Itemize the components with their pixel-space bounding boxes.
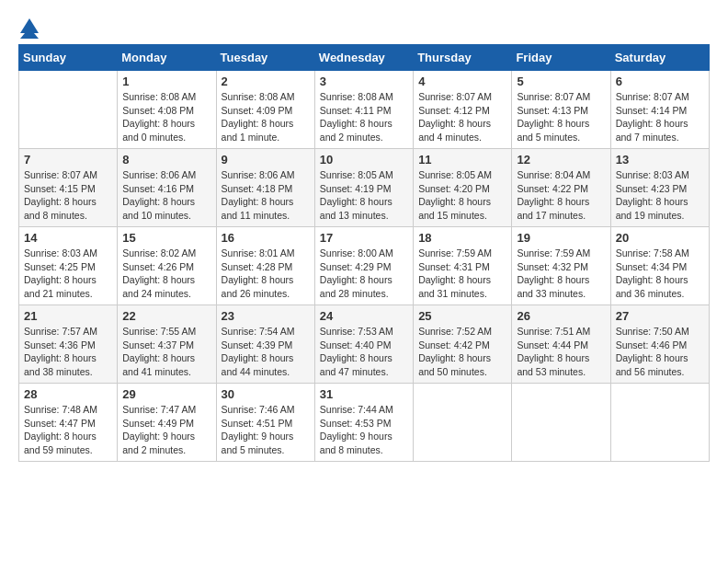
calendar-cell — [19, 71, 118, 149]
day-number: 6 — [616, 75, 704, 88]
day-number: 9 — [222, 153, 310, 167]
day-number: 23 — [222, 309, 310, 323]
day-number: 16 — [222, 231, 310, 245]
week-row-1: 1Sunrise: 8:08 AMSunset: 4:08 PMDaylight… — [19, 71, 710, 149]
day-info: Sunrise: 7:47 AMSunset: 4:49 PMDaylight:… — [122, 403, 210, 457]
day-number: 2 — [222, 75, 310, 88]
calendar-cell: 15Sunrise: 8:02 AMSunset: 4:26 PMDayligh… — [118, 227, 216, 305]
day-info: Sunrise: 8:07 AMSunset: 4:15 PMDaylight:… — [24, 168, 112, 223]
day-number: 8 — [122, 153, 210, 167]
day-info: Sunrise: 7:59 AMSunset: 4:32 PMDaylight:… — [517, 247, 605, 301]
calendar-cell: 27Sunrise: 7:50 AMSunset: 4:46 PMDayligh… — [610, 305, 709, 384]
calendar-cell: 10Sunrise: 8:05 AMSunset: 4:19 PMDayligh… — [314, 149, 413, 227]
calendar-cell: 25Sunrise: 7:52 AMSunset: 4:42 PMDayligh… — [414, 305, 512, 384]
calendar-cell: 31Sunrise: 7:44 AMSunset: 4:53 PMDayligh… — [314, 384, 413, 462]
weekday-header-thursday: Thursday — [414, 45, 512, 71]
day-info: Sunrise: 8:08 AMSunset: 4:11 PMDaylight:… — [320, 90, 408, 144]
day-number: 11 — [418, 153, 506, 167]
calendar-cell — [414, 384, 512, 462]
calendar-cell: 19Sunrise: 7:59 AMSunset: 4:32 PMDayligh… — [512, 227, 610, 305]
calendar-table: SundayMondayTuesdayWednesdayThursdayFrid… — [18, 44, 710, 462]
day-info: Sunrise: 7:55 AMSunset: 4:37 PMDaylight:… — [122, 325, 210, 379]
day-info: Sunrise: 7:50 AMSunset: 4:46 PMDaylight:… — [616, 325, 704, 379]
calendar-cell: 17Sunrise: 8:00 AMSunset: 4:29 PMDayligh… — [314, 227, 413, 305]
calendar-cell: 8Sunrise: 8:06 AMSunset: 4:16 PMDaylight… — [118, 149, 216, 227]
day-info: Sunrise: 8:05 AMSunset: 4:19 PMDaylight:… — [320, 168, 408, 223]
day-number: 30 — [222, 387, 310, 401]
day-number: 26 — [517, 309, 605, 323]
day-info: Sunrise: 7:48 AMSunset: 4:47 PMDaylight:… — [24, 403, 112, 457]
weekday-header-saturday: Saturday — [610, 45, 709, 71]
calendar-cell: 11Sunrise: 8:05 AMSunset: 4:20 PMDayligh… — [414, 149, 512, 227]
day-info: Sunrise: 8:06 AMSunset: 4:18 PMDaylight:… — [222, 168, 310, 223]
day-info: Sunrise: 8:04 AMSunset: 4:22 PMDaylight:… — [517, 168, 605, 223]
day-info: Sunrise: 8:08 AMSunset: 4:09 PMDaylight:… — [222, 90, 310, 144]
day-number: 22 — [122, 309, 210, 323]
day-info: Sunrise: 7:57 AMSunset: 4:36 PMDaylight:… — [24, 325, 112, 379]
calendar-cell: 26Sunrise: 7:51 AMSunset: 4:44 PMDayligh… — [512, 305, 610, 384]
day-info: Sunrise: 8:00 AMSunset: 4:29 PMDaylight:… — [320, 247, 408, 301]
svg-marker-0 — [20, 18, 39, 33]
calendar-cell: 5Sunrise: 8:07 AMSunset: 4:13 PMDaylight… — [512, 71, 610, 149]
day-number: 10 — [320, 153, 408, 167]
week-row-2: 7Sunrise: 8:07 AMSunset: 4:15 PMDaylight… — [19, 149, 710, 227]
weekday-header-tuesday: Tuesday — [216, 45, 314, 71]
calendar-cell: 9Sunrise: 8:06 AMSunset: 4:18 PMDaylight… — [216, 149, 314, 227]
calendar-cell: 16Sunrise: 8:01 AMSunset: 4:28 PMDayligh… — [216, 227, 314, 305]
logo — [18, 18, 40, 35]
calendar-cell: 4Sunrise: 8:07 AMSunset: 4:12 PMDaylight… — [414, 71, 512, 149]
day-number: 7 — [24, 153, 112, 167]
day-number: 31 — [320, 387, 408, 401]
day-info: Sunrise: 7:52 AMSunset: 4:42 PMDaylight:… — [418, 325, 506, 379]
day-number: 25 — [418, 309, 506, 323]
day-info: Sunrise: 8:06 AMSunset: 4:16 PMDaylight:… — [122, 168, 210, 223]
calendar-cell: 29Sunrise: 7:47 AMSunset: 4:49 PMDayligh… — [118, 384, 216, 462]
calendar-cell: 24Sunrise: 7:53 AMSunset: 4:40 PMDayligh… — [314, 305, 413, 384]
day-number: 12 — [517, 153, 605, 167]
calendar-cell: 30Sunrise: 7:46 AMSunset: 4:51 PMDayligh… — [216, 384, 314, 462]
day-info: Sunrise: 8:08 AMSunset: 4:08 PMDaylight:… — [122, 90, 210, 144]
calendar-cell: 20Sunrise: 7:58 AMSunset: 4:34 PMDayligh… — [610, 227, 709, 305]
day-number: 18 — [418, 231, 506, 245]
day-info: Sunrise: 7:46 AMSunset: 4:51 PMDaylight:… — [222, 403, 310, 457]
day-info: Sunrise: 7:58 AMSunset: 4:34 PMDaylight:… — [616, 247, 704, 301]
day-number: 14 — [24, 231, 112, 245]
calendar-cell: 7Sunrise: 8:07 AMSunset: 4:15 PMDaylight… — [19, 149, 118, 227]
day-number: 28 — [24, 387, 112, 401]
day-number: 21 — [24, 309, 112, 323]
day-info: Sunrise: 7:53 AMSunset: 4:40 PMDaylight:… — [320, 325, 408, 379]
day-number: 20 — [616, 231, 704, 245]
weekday-header-sunday: Sunday — [19, 45, 118, 71]
calendar-cell: 23Sunrise: 7:54 AMSunset: 4:39 PMDayligh… — [216, 305, 314, 384]
week-row-4: 21Sunrise: 7:57 AMSunset: 4:36 PMDayligh… — [19, 305, 710, 384]
calendar-cell: 6Sunrise: 8:07 AMSunset: 4:14 PMDaylight… — [610, 71, 709, 149]
day-number: 13 — [616, 153, 704, 167]
logo-icon — [20, 18, 40, 39]
calendar-cell: 3Sunrise: 8:08 AMSunset: 4:11 PMDaylight… — [314, 71, 413, 149]
day-info: Sunrise: 8:02 AMSunset: 4:26 PMDaylight:… — [122, 247, 210, 301]
day-number: 5 — [517, 75, 605, 88]
day-info: Sunrise: 7:59 AMSunset: 4:31 PMDaylight:… — [418, 247, 506, 301]
day-info: Sunrise: 7:51 AMSunset: 4:44 PMDaylight:… — [517, 325, 605, 379]
day-number: 3 — [320, 75, 408, 88]
day-info: Sunrise: 8:07 AMSunset: 4:14 PMDaylight:… — [616, 90, 704, 144]
calendar-cell: 14Sunrise: 8:03 AMSunset: 4:25 PMDayligh… — [19, 227, 118, 305]
day-info: Sunrise: 7:44 AMSunset: 4:53 PMDaylight:… — [320, 403, 408, 457]
day-info: Sunrise: 8:05 AMSunset: 4:20 PMDaylight:… — [418, 168, 506, 223]
calendar-cell: 21Sunrise: 7:57 AMSunset: 4:36 PMDayligh… — [19, 305, 118, 384]
day-number: 29 — [122, 387, 210, 401]
calendar-cell: 2Sunrise: 8:08 AMSunset: 4:09 PMDaylight… — [216, 71, 314, 149]
day-number: 19 — [517, 231, 605, 245]
day-info: Sunrise: 8:07 AMSunset: 4:13 PMDaylight:… — [517, 90, 605, 144]
calendar-cell: 18Sunrise: 7:59 AMSunset: 4:31 PMDayligh… — [414, 227, 512, 305]
days-of-week-row: SundayMondayTuesdayWednesdayThursdayFrid… — [19, 45, 710, 71]
calendar-cell: 1Sunrise: 8:08 AMSunset: 4:08 PMDaylight… — [118, 71, 216, 149]
page-header — [18, 18, 710, 35]
calendar-cell — [610, 384, 709, 462]
svg-marker-1 — [20, 33, 39, 39]
day-number: 24 — [320, 309, 408, 323]
day-number: 4 — [418, 75, 506, 88]
calendar-cell: 28Sunrise: 7:48 AMSunset: 4:47 PMDayligh… — [19, 384, 118, 462]
day-info: Sunrise: 7:54 AMSunset: 4:39 PMDaylight:… — [222, 325, 310, 379]
calendar-cell: 12Sunrise: 8:04 AMSunset: 4:22 PMDayligh… — [512, 149, 610, 227]
